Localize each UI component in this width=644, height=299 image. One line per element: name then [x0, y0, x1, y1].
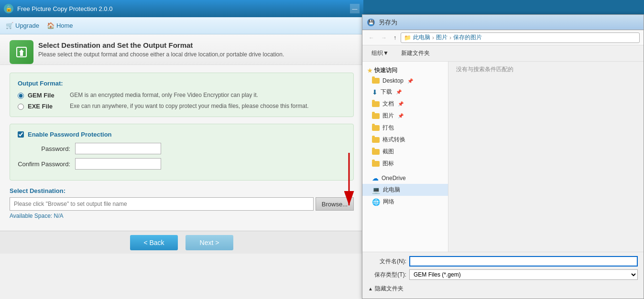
destination-section: Select Destination: Browse... Available …: [10, 187, 354, 219]
sidebar-item-documents[interactable]: 文档 📌: [362, 98, 448, 110]
sidebar-item-pictures[interactable]: 图片 📌: [362, 110, 448, 122]
confirm-password-field-row: Confirm Password:: [18, 158, 346, 170]
dialog-toolbar: 组织▼ 新建文件夹: [362, 45, 644, 62]
folder-icon: [372, 149, 380, 155]
dialog-body: ★ 快速访问 Desktop 📌 ⬇ 下载 📌 文档 📌 图片 📌: [362, 62, 644, 252]
back-button[interactable]: < Back: [130, 235, 178, 250]
sidebar-item-thispc[interactable]: 💻 此电脑: [362, 184, 448, 196]
confirm-password-label: Confirm Password:: [18, 160, 75, 168]
cart-icon: 🛒: [6, 22, 13, 29]
sidebar-item-onedrive[interactable]: ☁ OneDrive: [362, 172, 448, 184]
password-input[interactable]: [75, 143, 161, 154]
filename-row: 文件名(N):: [368, 256, 638, 267]
breadcrumb-saved[interactable]: 保存的图片: [453, 33, 482, 42]
filetype-select[interactable]: GEM Files (*.gem): [409, 269, 638, 280]
app-window: 🔒 Free Picture Copy Protection 2.0.0 — 🛒…: [0, 0, 363, 299]
organize-button[interactable]: 组织▼: [367, 47, 393, 59]
sidebar-item-desktop[interactable]: Desktop 📌: [362, 75, 448, 86]
pc-icon: 💻: [372, 186, 380, 194]
footer-bar: < Back Next >: [0, 231, 363, 254]
dialog-footer-buttons: ▲ 隐藏文件夹: [368, 283, 638, 295]
password-label: Password:: [18, 145, 75, 152]
window-controls: —: [350, 4, 360, 13]
destination-input[interactable]: [10, 197, 314, 211]
browse-button[interactable]: Browse...: [316, 197, 354, 211]
sidebar-item-pack[interactable]: 打包: [362, 122, 448, 134]
upgrade-link[interactable]: 🛒 Upgrade: [6, 22, 39, 29]
no-match-text: 没有与搜索条件匹配的: [456, 65, 513, 74]
step-icon: [10, 40, 33, 64]
breadcrumb-folder-icon: 📁: [404, 34, 411, 41]
sidebar-item-downloads[interactable]: ⬇ 下载 📌: [362, 86, 448, 98]
sidebar-item-network[interactable]: 🌐 网络: [362, 196, 448, 208]
svg-rect-1: [20, 52, 23, 56]
exe-label[interactable]: EXE File: [28, 103, 66, 110]
available-space: Available Space: N/A: [10, 213, 354, 219]
quick-access-header: ★ 快速访问: [362, 64, 448, 75]
expand-icon: ▲: [368, 286, 373, 291]
download-icon: ⬇: [372, 88, 378, 96]
folder-icon: [372, 161, 380, 167]
radio-item-exe: EXE File Exe can run anywhere, if you wa…: [18, 103, 346, 110]
radio-item-gem: GEM File GEM is an encrypted media forma…: [18, 92, 346, 99]
network-icon: 🌐: [372, 198, 380, 206]
gem-description: GEM is an encrypted media format, only F…: [70, 92, 258, 98]
app-title: Free Picture Copy Protection 2.0.0: [17, 5, 350, 12]
dialog-main: 没有与搜索条件匹配的: [448, 62, 644, 252]
enable-password-label[interactable]: Enable Password Protection: [28, 131, 112, 138]
step-title: Select Destination and Set the Output Fo…: [38, 41, 354, 49]
radio-group: GEM File GEM is an encrypted media forma…: [18, 92, 346, 110]
file-dialog: 💾 另存为 ← → ↑ 📁 此电脑 › 图片 › 保存的图片 组织▼ 新建文件夹…: [362, 14, 644, 299]
output-format-label: Output Format:: [18, 80, 346, 87]
dialog-title: 另存为: [379, 18, 397, 27]
enable-password-checkbox[interactable]: [18, 131, 24, 138]
nav-bar: 🛒 Upgrade 🏠 Home: [0, 17, 363, 34]
output-format-section: Output Format: GEM File GEM is an encryp…: [10, 73, 354, 117]
title-bar: 🔒 Free Picture Copy Protection 2.0.0 —: [0, 0, 363, 17]
onedrive-icon: ☁: [372, 174, 379, 182]
breadcrumb-pc[interactable]: 此电脑: [413, 33, 430, 42]
home-icon: 🏠: [47, 22, 55, 29]
step-header: Select Destination and Set the Output Fo…: [0, 34, 363, 65]
gem-radio[interactable]: [18, 93, 24, 99]
destination-label: Select Destination:: [10, 187, 354, 194]
folder-icon: [372, 101, 380, 107]
dialog-sidebar: ★ 快速访问 Desktop 📌 ⬇ 下载 📌 文档 📌 图片 📌: [362, 62, 448, 252]
dialog-title-bar: 💾 另存为: [362, 15, 644, 30]
confirm-password-input[interactable]: [75, 158, 161, 170]
next-button[interactable]: Next >: [186, 235, 233, 250]
home-link[interactable]: 🏠 Home: [47, 22, 73, 29]
folder-icon: [372, 78, 380, 84]
breadcrumb-bar: 📁 此电脑 › 图片 › 保存的图片: [401, 32, 640, 43]
nav-forward-button[interactable]: →: [379, 33, 389, 43]
sidebar-item-convert[interactable]: 格式转换: [362, 134, 448, 146]
destination-row: Browse...: [10, 197, 354, 211]
dialog-nav-bar: ← → ↑ 📁 此电脑 › 图片 › 保存的图片: [362, 30, 644, 45]
minimize-button[interactable]: —: [350, 4, 360, 13]
exe-description: Exe can run anywhere, if you want to cop…: [70, 103, 309, 109]
sidebar-item-screenshot[interactable]: 截图: [362, 146, 448, 158]
dialog-icon: 💾: [367, 19, 375, 26]
password-field-row: Password:: [18, 143, 346, 154]
breadcrumb-pictures[interactable]: 图片: [436, 33, 448, 42]
form-area: Output Format: GEM File GEM is an encryp…: [0, 65, 363, 231]
dialog-footer: 文件名(N): 保存类型(T): GEM Files (*.gem) ▲ 隐藏文…: [362, 252, 644, 299]
nav-up-button[interactable]: ↑: [391, 33, 399, 43]
step-description: Please select the output format and choo…: [38, 51, 354, 58]
app-icon: 🔒: [4, 4, 13, 13]
gem-label[interactable]: GEM File: [28, 92, 66, 99]
checkbox-row: Enable Password Protection: [18, 131, 346, 138]
exe-radio[interactable]: [18, 104, 24, 110]
nav-back-button[interactable]: ←: [366, 33, 377, 43]
password-section: Enable Password Protection Password: Con…: [10, 124, 354, 181]
folder-icon: [372, 137, 380, 143]
star-icon: ★: [367, 67, 372, 74]
filename-input[interactable]: [409, 256, 638, 267]
filename-label: 文件名(N):: [368, 257, 406, 266]
filetype-row: 保存类型(T): GEM Files (*.gem): [368, 269, 638, 280]
folder-icon: [372, 125, 380, 131]
sidebar-item-icons[interactable]: 图标: [362, 158, 448, 170]
folder-icon: [372, 113, 380, 119]
new-folder-button[interactable]: 新建文件夹: [397, 47, 434, 59]
toggle-folder-button[interactable]: ▲ 隐藏文件夹: [368, 283, 404, 295]
